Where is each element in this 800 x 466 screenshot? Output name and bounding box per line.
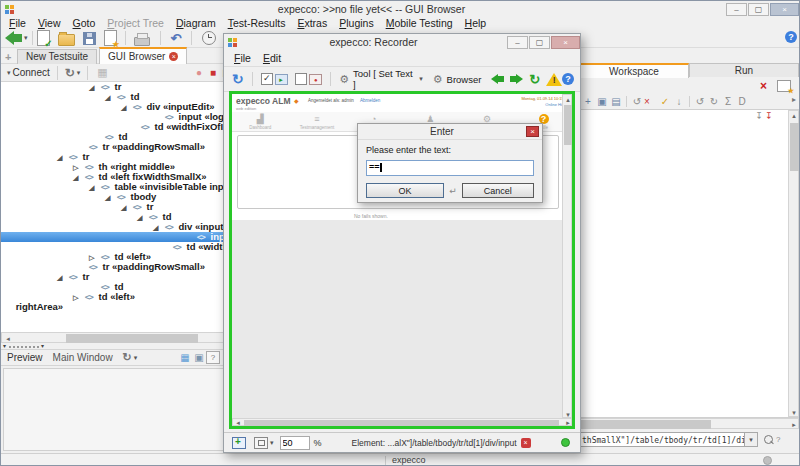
ok-button[interactable]: OK bbox=[366, 183, 444, 198]
maximize-button[interactable]: ▢ bbox=[748, 3, 769, 16]
step-icon[interactable]: ↧ bbox=[753, 111, 765, 121]
screenshot-checkbox-unchecked[interactable] bbox=[295, 73, 307, 85]
mini-tool-icon[interactable]: × bbox=[644, 96, 658, 107]
record-control-icon[interactable]: ■ bbox=[206, 67, 220, 78]
xpath-help-icon[interactable]: ? bbox=[776, 435, 780, 444]
xpath-dropdown-icon[interactable]: ▾ bbox=[745, 432, 758, 447]
menu-item[interactable]: Plugins bbox=[333, 17, 379, 29]
mini-tool-icon[interactable] bbox=[689, 96, 690, 107]
scroll-thumb[interactable] bbox=[66, 334, 198, 343]
print-icon[interactable] bbox=[134, 37, 150, 46]
recorder-minimize-button[interactable]: – bbox=[507, 36, 528, 49]
minimize-button[interactable]: – bbox=[726, 3, 747, 16]
tree-row[interactable]: ◢ <> tr bbox=[1, 202, 234, 212]
splitter-arrow-icon[interactable]: ▾ bbox=[41, 342, 44, 349]
scroll-right-icon[interactable]: ▸ bbox=[789, 420, 799, 429]
xpath-field[interactable]: thSmallX"]/table/tbody/tr/td[1]/div/inpu… bbox=[579, 432, 745, 447]
clear-element-icon[interactable]: × bbox=[521, 438, 531, 448]
tree-row[interactable]: ◢ <> tr bbox=[1, 82, 234, 92]
mini-tool-icon[interactable]: ↺ bbox=[693, 96, 707, 107]
menu-item[interactable]: Diagram bbox=[170, 17, 222, 29]
preview-tool-icon[interactable]: ▦ bbox=[178, 352, 192, 363]
editor-hscrollbar[interactable]: ▸ bbox=[579, 418, 799, 429]
delete-icon[interactable]: × bbox=[760, 79, 767, 93]
taskbar-app-label[interactable]: expecco bbox=[392, 455, 426, 465]
connect-button[interactable]: Connect bbox=[13, 67, 50, 78]
tree-row[interactable]: ◢ <> tbody bbox=[1, 192, 234, 202]
zoom-fit-icon[interactable] bbox=[254, 437, 268, 449]
mini-tool-icon[interactable]: ▤ bbox=[609, 96, 623, 107]
step-icon[interactable]: ↧ bbox=[765, 111, 777, 121]
expander-icon[interactable]: ◢ bbox=[105, 193, 114, 203]
expander-icon[interactable]: ◢ bbox=[121, 203, 130, 213]
expander-icon[interactable]: ◢ bbox=[153, 223, 162, 233]
preview-refresh-dropdown-icon[interactable]: ▾ bbox=[134, 354, 138, 362]
recorder-help-icon[interactable]: ? bbox=[562, 73, 574, 85]
menu-item[interactable]: Test-Results bbox=[222, 17, 292, 29]
preview-target-label[interactable]: Main Window bbox=[53, 352, 113, 363]
record-control-icon[interactable]: ● bbox=[192, 67, 206, 78]
open-file-icon[interactable] bbox=[58, 34, 75, 46]
nav-forward-button[interactable] bbox=[510, 74, 523, 84]
menu-item[interactable]: Edit bbox=[257, 52, 287, 64]
preview-tool-icon[interactable]: ▣ bbox=[192, 352, 206, 363]
scroll-thumb[interactable] bbox=[581, 420, 711, 429]
scroll-up-icon[interactable]: ▴ bbox=[789, 111, 799, 120]
reload-icon[interactable]: ↻ bbox=[232, 71, 244, 87]
scroll-up-icon[interactable]: ▴ bbox=[563, 95, 573, 104]
viewport-hscrollbar[interactable]: ◂ ▸ bbox=[232, 418, 572, 426]
preview-tool-icon[interactable]: ? bbox=[206, 351, 220, 364]
mini-tool-icon[interactable]: ↺ bbox=[630, 96, 644, 107]
expander-icon[interactable]: ◢ bbox=[73, 173, 82, 183]
main-help-icon[interactable]: ? bbox=[785, 31, 797, 43]
new-sheet-icon[interactable]: ★ bbox=[777, 80, 791, 92]
mini-tool-icon[interactable]: ▣ bbox=[595, 96, 609, 107]
zoom-dropdown-icon[interactable]: ▾ bbox=[270, 439, 274, 447]
mini-tool-icon[interactable]: D bbox=[735, 96, 749, 107]
tree-row[interactable]: ◢ <> div «inputEdit» bbox=[1, 222, 234, 232]
workspace-tab[interactable]: Workspace bbox=[579, 63, 689, 78]
menu-item[interactable]: File bbox=[3, 17, 32, 29]
new-document-icon[interactable]: ✓ bbox=[37, 30, 50, 46]
tree-refresh-icon[interactable]: ↻ bbox=[65, 66, 75, 80]
tree-row[interactable]: rightArea» bbox=[1, 302, 234, 312]
workspace-editor[interactable] bbox=[579, 109, 800, 418]
dom-tree[interactable]: ◢ <> tr ◢ <> td ◢ <> div «inputEdit» <> … bbox=[1, 82, 234, 332]
close-button[interactable]: × bbox=[770, 3, 799, 16]
toolbar-overflow-icon[interactable]: ▸ bbox=[792, 95, 796, 104]
pick-element-icon[interactable] bbox=[232, 437, 246, 449]
tree-row[interactable]: ◢ <> table «invisibleTable inputTable» bbox=[1, 182, 234, 192]
tool-dropdown-icon[interactable]: ▾ bbox=[419, 75, 423, 83]
record-checkbox-checked[interactable]: ✓ bbox=[261, 73, 273, 85]
menu-item[interactable]: Help bbox=[459, 17, 493, 29]
expander-icon[interactable]: ◢ bbox=[89, 83, 98, 93]
recorder-maximize-button[interactable]: ▢ bbox=[529, 36, 550, 49]
expander-icon[interactable]: ◢ bbox=[89, 183, 98, 193]
warning-icon[interactable]: ! bbox=[546, 73, 562, 86]
menu-item[interactable]: Extras bbox=[291, 17, 333, 29]
menu-item[interactable]: Goto bbox=[67, 17, 102, 29]
new-window-icon[interactable]: ★ bbox=[104, 30, 117, 46]
mini-tool-icon[interactable]: ↓ bbox=[672, 96, 686, 107]
recorder-close-button[interactable]: × bbox=[551, 36, 580, 49]
mini-tool-icon[interactable]: + bbox=[581, 96, 595, 107]
expander-icon[interactable]: ◢ bbox=[57, 153, 66, 163]
expander-icon[interactable]: ◢ bbox=[137, 213, 146, 223]
alm-nav-item[interactable]: ▟ Dashboard bbox=[237, 114, 283, 130]
browser-button[interactable]: Browser bbox=[447, 74, 482, 85]
main-tab[interactable]: New Testsuite bbox=[17, 49, 97, 64]
enter-text-input[interactable]: == bbox=[366, 160, 534, 176]
viewport-vscrollbar[interactable]: ▴ ▾ bbox=[562, 94, 572, 418]
preview-label[interactable]: Preview bbox=[7, 352, 43, 363]
scroll-right-icon[interactable]: ▸ bbox=[563, 419, 573, 426]
nav-refresh-icon[interactable]: ↻ bbox=[529, 72, 540, 87]
tab-close-icon[interactable]: × bbox=[169, 52, 178, 61]
menu-item[interactable]: File bbox=[228, 52, 257, 64]
workspace-tab[interactable]: Run bbox=[689, 63, 799, 77]
alm-nav-item[interactable]: ≡ Testmanagement bbox=[294, 114, 340, 130]
splitter-arrow-icon[interactable]: ▾ bbox=[3, 342, 6, 349]
tree-row[interactable]: <> tr «paddingRowSmall» bbox=[1, 142, 234, 152]
mini-tool-icon[interactable]: ✓ bbox=[658, 96, 672, 107]
nav-back-button[interactable] bbox=[491, 74, 504, 84]
menu-item[interactable]: Project Tree bbox=[101, 17, 170, 29]
